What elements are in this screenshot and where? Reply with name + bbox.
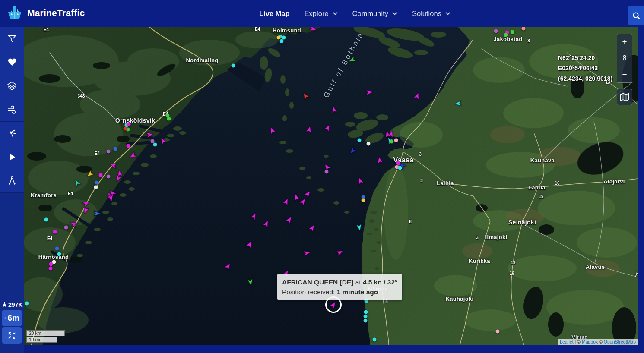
ship-marker[interactable] <box>246 240 253 248</box>
ship-marker[interactable] <box>349 56 355 64</box>
ship-marker[interactable] <box>364 315 368 318</box>
nav-community[interactable]: Community <box>352 9 397 18</box>
ship-marker[interactable] <box>263 220 270 227</box>
expand-button[interactable] <box>2 327 22 344</box>
osm-link[interactable]: OpenStreetMap <box>604 339 636 344</box>
ship-marker[interactable] <box>225 262 232 270</box>
layers-button[interactable] <box>0 74 24 98</box>
ship-marker[interactable] <box>110 161 117 169</box>
ship-marker[interactable] <box>127 123 131 126</box>
ship-marker[interactable] <box>94 186 98 189</box>
brand[interactable]: MarineTraffic <box>6 3 85 22</box>
map-style-button[interactable] <box>617 89 632 105</box>
ship-marker[interactable] <box>366 88 373 96</box>
ship-marker[interactable] <box>25 302 29 306</box>
ship-marker[interactable] <box>494 29 498 33</box>
refresh-interval-button[interactable]: 6m <box>2 310 22 326</box>
ship-marker[interactable] <box>269 126 276 134</box>
ship-marker[interactable] <box>306 126 313 133</box>
ship-marker[interactable] <box>511 30 514 34</box>
ship-marker[interactable] <box>304 249 311 257</box>
leaflet-link[interactable]: Leaflet <box>560 339 574 344</box>
ship-marker[interactable] <box>57 252 61 256</box>
ship-marker[interactable] <box>396 161 400 165</box>
ship-marker[interactable] <box>364 319 368 323</box>
ship-marker[interactable] <box>302 92 309 100</box>
favorites-button[interactable] <box>0 50 24 74</box>
ship-marker[interactable] <box>522 27 526 31</box>
search-button[interactable] <box>628 6 644 25</box>
ship-marker[interactable] <box>251 212 257 220</box>
ship-marker[interactable] <box>280 39 284 43</box>
ship-marker[interactable] <box>153 143 157 147</box>
ship-marker[interactable] <box>398 166 402 170</box>
ship-marker[interactable] <box>159 137 166 145</box>
ship-marker[interactable] <box>390 140 394 144</box>
ship-marker[interactable] <box>496 330 500 334</box>
ship-marker[interactable] <box>283 198 290 205</box>
ship-marker[interactable] <box>107 175 111 179</box>
ship-marker[interactable] <box>504 33 508 37</box>
ship-marker[interactable] <box>73 179 80 186</box>
ship-marker[interactable] <box>394 139 398 142</box>
ship-marker[interactable] <box>367 142 371 146</box>
nav-explore[interactable]: Explore <box>305 9 338 18</box>
ship-marker[interactable] <box>114 175 121 183</box>
ship-marker[interactable] <box>325 170 329 174</box>
filter-button[interactable] <box>0 27 24 50</box>
ship-marker[interactable] <box>108 194 114 202</box>
ship-marker[interactable] <box>99 173 103 177</box>
ship-marker[interactable] <box>309 224 316 232</box>
ship-marker[interactable] <box>114 147 117 151</box>
ship-marker[interactable] <box>336 249 343 256</box>
ship-marker[interactable] <box>356 224 363 231</box>
ship-marker[interactable] <box>376 156 383 164</box>
ship-marker[interactable] <box>310 27 317 33</box>
zoom-out-button[interactable]: − <box>617 66 632 83</box>
ship-marker[interactable] <box>388 130 395 138</box>
mapbox-link[interactable]: Mapbox <box>582 339 598 344</box>
ship-marker[interactable] <box>146 131 153 139</box>
ship-marker[interactable] <box>293 193 300 201</box>
ship-marker[interactable] <box>82 207 89 214</box>
ship-marker[interactable] <box>64 226 68 230</box>
ship-marker[interactable] <box>70 220 77 228</box>
measure-button[interactable] <box>0 169 24 193</box>
ship-marker[interactable] <box>362 199 365 202</box>
ship-marker[interactable] <box>454 100 461 107</box>
ship-marker[interactable] <box>49 262 53 266</box>
ship-marker[interactable] <box>55 247 59 251</box>
ship-marker[interactable] <box>300 198 307 205</box>
map-canvas[interactable]: Gulf of Bothnia HolmsundNordmalingÖrnskö… <box>24 27 638 345</box>
ship-marker[interactable] <box>129 152 136 160</box>
ship-marker[interactable] <box>324 124 331 132</box>
ship-marker[interactable] <box>44 218 48 222</box>
ship-marker[interactable] <box>358 139 362 142</box>
ship-marker[interactable] <box>305 190 311 198</box>
connections-button[interactable] <box>0 122 24 145</box>
selected-ship-marker[interactable] <box>330 301 337 309</box>
ship-marker[interactable] <box>357 177 364 185</box>
ship-marker[interactable] <box>95 181 98 185</box>
playback-button[interactable] <box>0 145 24 169</box>
ship-marker[interactable] <box>167 117 171 121</box>
ship-marker[interactable] <box>53 230 57 234</box>
ship-marker[interactable] <box>124 127 127 131</box>
ship-marker[interactable] <box>94 210 101 217</box>
ship-marker[interactable] <box>277 36 281 40</box>
ship-marker[interactable] <box>49 267 53 271</box>
ship-marker[interactable] <box>247 278 254 286</box>
ship-marker[interactable] <box>330 106 337 113</box>
ship-marker[interactable] <box>127 144 130 148</box>
ship-marker[interactable] <box>349 147 356 155</box>
ship-marker[interactable] <box>373 338 377 342</box>
nav-live-map[interactable]: Live Map <box>259 9 290 18</box>
ship-marker[interactable] <box>107 150 111 154</box>
ship-marker[interactable] <box>364 310 368 314</box>
zoom-in-button[interactable]: + <box>617 34 632 50</box>
nav-solutions[interactable]: Solutions <box>412 9 450 18</box>
ship-marker[interactable] <box>232 64 235 68</box>
ship-marker[interactable] <box>414 92 421 100</box>
ship-marker[interactable] <box>86 170 93 178</box>
weather-button[interactable] <box>0 98 24 122</box>
